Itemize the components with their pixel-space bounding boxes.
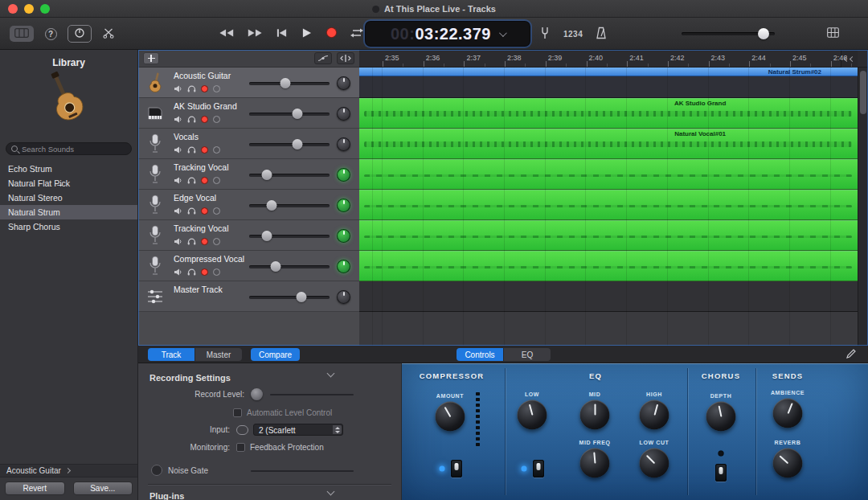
noise-gate-checkbox[interactable] [151, 465, 162, 476]
timeline-ruler[interactable]: 2:352:362:372:382:392:402:412:422:432:44… [359, 50, 868, 68]
input-monitoring-button[interactable] [213, 207, 220, 215]
add-track-button[interactable] [143, 52, 159, 64]
cycle-button[interactable] [348, 24, 366, 43]
audio-region[interactable] [359, 251, 868, 281]
track-volume-slider[interactable] [249, 139, 330, 150]
stepper-icon[interactable] [333, 425, 342, 434]
mute-button[interactable] [174, 146, 182, 154]
solo-button[interactable] [187, 268, 196, 276]
input-monitoring-button[interactable] [213, 85, 220, 92]
audio-region[interactable] [359, 159, 868, 190]
media-browser-button[interactable] [825, 24, 841, 43]
input-monitoring-button[interactable] [213, 146, 220, 154]
region-bar[interactable]: Natural Strum#02 [359, 68, 868, 76]
audio-region[interactable]: Natural Strum#02 [359, 68, 868, 98]
track-header[interactable]: Acoustic Guitar [138, 68, 359, 98]
tab-eq[interactable]: EQ [504, 348, 551, 361]
knob[interactable] [706, 402, 736, 432]
solo-button[interactable] [187, 177, 196, 184]
record-level-slider[interactable] [270, 394, 354, 395]
track-volume-slider[interactable] [249, 231, 330, 241]
volume-knob[interactable] [262, 170, 272, 180]
pan-knob[interactable] [337, 137, 350, 151]
audio-region[interactable] [359, 220, 868, 251]
volume-knob[interactable] [297, 292, 307, 302]
auto-level-checkbox[interactable] [233, 408, 242, 417]
lcd-display[interactable]: 00: 03:22.379 [366, 22, 530, 46]
library-item[interactable]: Natural Stereo [0, 191, 137, 205]
audio-region[interactable] [359, 190, 868, 220]
pan-knob[interactable] [337, 229, 350, 243]
smart-controls-button[interactable] [68, 25, 92, 43]
knob[interactable] [640, 449, 669, 478]
metronome-button[interactable] [593, 24, 609, 43]
pan-knob[interactable] [337, 76, 350, 90]
mute-button[interactable] [174, 85, 182, 92]
volume-knob[interactable] [293, 139, 303, 150]
knob[interactable] [640, 400, 669, 430]
pan-knob[interactable] [337, 290, 350, 304]
timeline-empty-area[interactable] [359, 312, 868, 346]
tab-track[interactable]: Track [148, 348, 194, 361]
input-format-button[interactable] [236, 425, 248, 435]
mute-button[interactable] [174, 116, 182, 123]
patch-name-row[interactable]: Acoustic Guitar [0, 464, 137, 477]
pan-knob[interactable] [337, 199, 350, 212]
plugins-header[interactable]: Plug-ins [149, 488, 390, 499]
pan-knob[interactable] [337, 168, 350, 182]
go-to-beginning-button[interactable] [273, 24, 289, 43]
track-header[interactable]: AK Studio Grand [138, 98, 359, 129]
revert-button[interactable]: Revert [5, 482, 65, 495]
solo-button[interactable] [187, 85, 196, 92]
knob[interactable] [518, 400, 547, 430]
tab-controls[interactable]: Controls [457, 348, 503, 361]
mute-button[interactable] [174, 238, 182, 245]
input-monitoring-button[interactable] [213, 116, 220, 123]
quick-help-button[interactable]: ? [43, 24, 59, 43]
record-enable-button[interactable] [201, 177, 208, 184]
track-header[interactable]: Master Track [138, 281, 359, 312]
track-header[interactable]: Tracking Vocal [138, 159, 359, 190]
noise-gate-slider[interactable] [251, 470, 354, 472]
mute-button[interactable] [174, 207, 182, 215]
solo-button[interactable] [187, 207, 196, 215]
knob[interactable] [773, 449, 803, 478]
zoom-button[interactable] [40, 4, 50, 14]
track-volume-slider[interactable] [249, 261, 330, 272]
record-enable-button[interactable] [201, 116, 208, 123]
tuner-button[interactable] [537, 24, 553, 43]
track-volume-slider[interactable] [249, 200, 330, 211]
knob[interactable] [580, 400, 610, 430]
library-item[interactable]: Sharp Chorus [0, 219, 137, 234]
feedback-checkbox[interactable] [236, 443, 245, 452]
editor-button[interactable] [100, 24, 117, 43]
compare-button[interactable]: Compare [251, 348, 300, 361]
volume-knob[interactable] [758, 28, 769, 39]
rewind-button[interactable] [217, 24, 236, 43]
library-item[interactable]: Natural Flat P̶ick [0, 176, 137, 191]
mute-button[interactable] [174, 177, 182, 184]
automation-edit-button[interactable] [845, 348, 857, 362]
volume-knob[interactable] [267, 200, 277, 211]
track-volume-slider[interactable] [249, 78, 330, 88]
knob[interactable] [773, 399, 803, 428]
track-volume-slider[interactable] [249, 170, 330, 180]
record-enable-button[interactable] [201, 85, 208, 92]
lcd-mode-chevron-icon[interactable] [499, 29, 507, 37]
volume-knob[interactable] [280, 78, 291, 88]
library-item[interactable]: Natural Strum [0, 205, 137, 219]
audio-region[interactable]: AK Studio Grand [359, 98, 868, 129]
master-volume-slider[interactable] [682, 28, 775, 39]
automation-button[interactable] [314, 52, 332, 64]
recording-settings-header[interactable]: Recording Settings [149, 370, 390, 381]
solo-button[interactable] [187, 238, 196, 245]
play-button[interactable] [298, 24, 314, 43]
track-volume-slider[interactable] [249, 292, 330, 302]
record-level-knob[interactable] [251, 388, 263, 400]
solo-button[interactable] [187, 146, 196, 154]
toggle-switch[interactable] [715, 464, 727, 482]
track-header[interactable]: Compressed Vocal [138, 251, 359, 281]
volume-knob[interactable] [262, 231, 272, 241]
track-header[interactable]: Tracking Vocal [138, 220, 359, 251]
save-button[interactable]: Save... [73, 482, 133, 495]
